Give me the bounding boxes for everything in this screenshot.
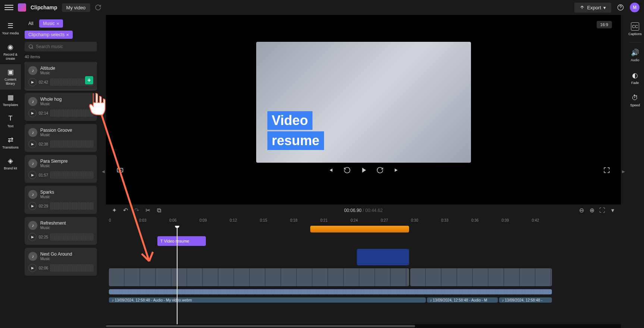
play-preview-button[interactable]: ▶ bbox=[28, 171, 37, 179]
nav-your-media[interactable]: ☰Your media bbox=[0, 18, 21, 39]
close-icon[interactable]: ✕ bbox=[56, 22, 59, 26]
music-item[interactable]: ♪ Para Siempre Music ▶ 01:57 bbox=[25, 155, 97, 183]
export-button[interactable]: Export ▾ bbox=[574, 3, 611, 13]
add-to-timeline-button[interactable]: + bbox=[85, 76, 93, 84]
zoom-in-button[interactable]: ⊕ bbox=[588, 207, 596, 214]
timeline-options[interactable]: ▾ bbox=[609, 207, 616, 214]
split-button[interactable]: ✂ bbox=[144, 207, 151, 214]
nav-text[interactable]: TText bbox=[0, 111, 21, 132]
record-icon: ◉ bbox=[6, 43, 15, 51]
app-header: Clipchamp My video Export ▾ M bbox=[0, 0, 644, 15]
nav-content-library[interactable]: ▣Content library bbox=[0, 64, 21, 90]
redo-button[interactable]: ↷ bbox=[133, 207, 140, 214]
zoom-out-button[interactable]: ⊖ bbox=[578, 207, 585, 214]
captions-toggle[interactable] bbox=[115, 165, 125, 175]
music-subtitle: Music bbox=[40, 133, 72, 137]
forward-button[interactable] bbox=[375, 165, 385, 175]
waveform bbox=[50, 171, 93, 179]
music-title: Sparks bbox=[40, 190, 54, 195]
play-preview-button[interactable]: ▶ bbox=[28, 264, 37, 272]
ruler-mark: 0:15 bbox=[260, 218, 267, 222]
chip-music[interactable]: Music✕ bbox=[39, 19, 63, 28]
right-captions[interactable]: CCCaptions bbox=[626, 18, 644, 41]
left-nav: ☰Your media ◉Record & create ▣Content li… bbox=[0, 15, 21, 328]
clip-audio-rec-3[interactable]: ♪ 13/09/2024, 12:58:48 - bbox=[499, 297, 552, 303]
music-duration: 02:38 bbox=[39, 142, 48, 146]
text-icon: T bbox=[160, 239, 163, 243]
text-icon: T bbox=[6, 115, 15, 123]
music-item[interactable]: ♪ Whole hog Music ▶ 02:14 bbox=[25, 93, 97, 121]
magic-button[interactable]: ✦ bbox=[110, 207, 118, 214]
collapse-panel-right[interactable]: ▶ bbox=[621, 15, 626, 328]
music-thumb-icon: ♪ bbox=[28, 97, 37, 106]
right-audio[interactable]: 🔊Audio bbox=[626, 44, 644, 67]
play-preview-button[interactable]: ▶ bbox=[28, 233, 37, 241]
clip-audio-rec-2[interactable]: ♪ 13/09/2024, 12:58:48 - Audio - M bbox=[427, 297, 498, 303]
music-subtitle: Music bbox=[40, 71, 55, 75]
music-title: Altitude bbox=[40, 66, 55, 71]
music-subtitle: Music bbox=[40, 102, 62, 106]
ruler-mark: 0:12 bbox=[230, 218, 237, 222]
chip-clipchamp-selects[interactable]: Clipchamp selects✕ bbox=[25, 31, 73, 39]
templates-icon: ▦ bbox=[6, 93, 15, 101]
ruler-mark: 0:27 bbox=[381, 218, 388, 222]
timeline-toolbar: ✦ ↶ ↷ ✂ ⧉ 00:06.90 / 00:44.62 ⊖ ⊕ ⛶ ▾ bbox=[106, 204, 621, 216]
help-icon[interactable] bbox=[616, 3, 625, 12]
music-duration: 02:42 bbox=[39, 80, 48, 84]
play-preview-button[interactable]: ▶ bbox=[28, 109, 37, 117]
nav-brand-kit[interactable]: ◈Brand kit bbox=[0, 153, 21, 174]
right-speed[interactable]: ⏱Speed bbox=[626, 89, 644, 112]
music-subtitle: Music bbox=[40, 257, 72, 261]
skip-forward-button[interactable] bbox=[391, 165, 402, 175]
clip-audio-main[interactable] bbox=[109, 289, 552, 294]
zoom-fit-button[interactable]: ⛶ bbox=[599, 207, 606, 214]
clip-highlight[interactable] bbox=[310, 226, 409, 232]
sync-icon[interactable] bbox=[95, 4, 101, 11]
clip-video-2[interactable] bbox=[410, 268, 552, 286]
play-button[interactable] bbox=[358, 165, 369, 175]
nav-templates[interactable]: ▦Templates bbox=[0, 90, 21, 111]
music-subtitle: Music bbox=[40, 195, 54, 199]
ruler-mark: 0:18 bbox=[290, 218, 297, 222]
music-note-icon: ♪ bbox=[430, 298, 432, 302]
project-name[interactable]: My video bbox=[62, 3, 90, 12]
playhead[interactable] bbox=[177, 226, 178, 324]
rewind-button[interactable] bbox=[342, 165, 352, 175]
clip-video-main[interactable] bbox=[109, 268, 409, 286]
music-item[interactable]: ♪ Next Go Around Music ▶ 02:06 bbox=[25, 248, 97, 276]
right-fade[interactable]: ◐Fade bbox=[626, 67, 644, 90]
clip-overlay[interactable] bbox=[357, 249, 409, 265]
nav-transitions[interactable]: ⇄Transitions bbox=[0, 132, 21, 153]
timeline-tracks[interactable]: T Video resume ♪ 13/09/2024, 12:58:48 - … bbox=[106, 226, 621, 324]
ruler-mark: 0:06 bbox=[169, 218, 176, 222]
undo-button[interactable]: ↶ bbox=[122, 207, 129, 214]
music-title: Whole hog bbox=[40, 97, 62, 102]
play-preview-button[interactable]: ▶ bbox=[28, 202, 37, 210]
collapse-panel-left[interactable]: ◀ bbox=[101, 15, 106, 328]
music-item[interactable]: ♪ Altitude Music ▶ 02:42 +Add to timelin… bbox=[25, 62, 97, 90]
menu-icon[interactable] bbox=[4, 3, 13, 12]
waveform bbox=[50, 264, 93, 272]
music-thumb-icon: ♪ bbox=[28, 128, 37, 137]
search-input[interactable] bbox=[25, 42, 97, 51]
music-item[interactable]: ♪ Sparks Music ▶ 02:29 bbox=[25, 186, 97, 214]
play-preview-button[interactable]: ▶ bbox=[28, 140, 37, 148]
music-item[interactable]: ♪ Refreshment Music ▶ 02:25 bbox=[25, 217, 97, 245]
video-preview[interactable]: Video resume bbox=[256, 42, 471, 163]
nav-record-create[interactable]: ◉Record & create bbox=[0, 39, 21, 65]
play-preview-button[interactable]: ▶ bbox=[28, 78, 37, 86]
close-icon[interactable]: ✕ bbox=[66, 33, 69, 37]
clip-text[interactable]: T Video resume bbox=[157, 236, 206, 246]
scroll-thumb[interactable] bbox=[106, 325, 415, 327]
fullscreen-button[interactable] bbox=[601, 165, 612, 175]
avatar[interactable]: M bbox=[630, 3, 640, 12]
timeline-ruler[interactable]: 00:030:060:090:120:150:180:210:240:270:3… bbox=[106, 216, 621, 226]
timeline-scrollbar[interactable] bbox=[106, 324, 621, 328]
clip-audio-rec-1[interactable]: ♪ 13/09/2024, 12:58:48 - Audio - My vide… bbox=[109, 297, 426, 303]
music-item[interactable]: ♪ Passion Groove Music ▶ 02:38 bbox=[25, 124, 97, 152]
skip-back-button[interactable] bbox=[326, 165, 336, 175]
chip-all[interactable]: All bbox=[25, 19, 37, 28]
ruler-mark: 0:39 bbox=[502, 218, 509, 222]
aspect-ratio[interactable]: 16:9 bbox=[597, 21, 612, 28]
copy-button[interactable]: ⧉ bbox=[155, 207, 163, 214]
